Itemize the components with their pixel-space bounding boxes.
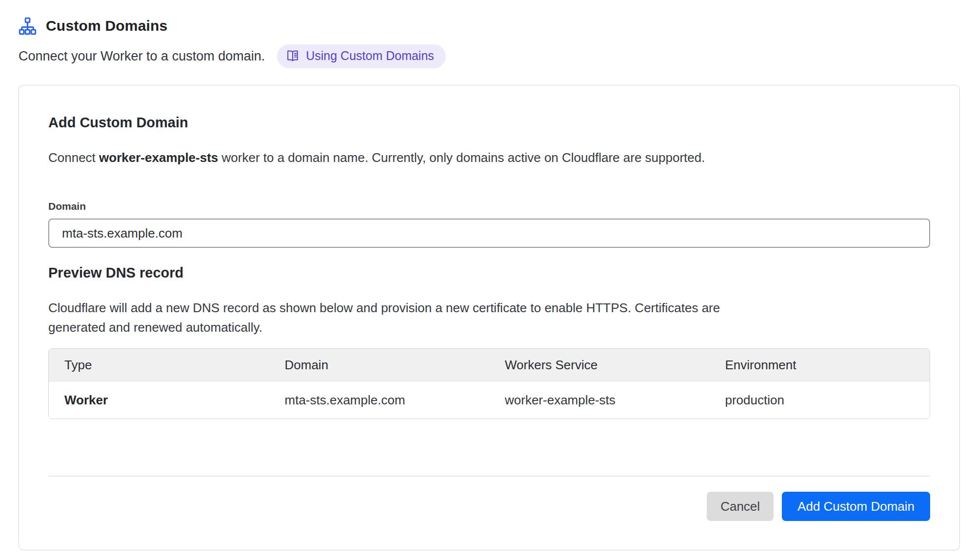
card-heading: Add Custom Domain — [48, 114, 930, 131]
book-open-icon — [286, 49, 299, 63]
page-subtitle: Connect your Worker to a custom domain. — [19, 49, 265, 64]
docs-link-label: Using Custom Domains — [306, 50, 434, 62]
cell-workers-service: worker-example-sts — [489, 381, 710, 419]
dns-preview-table: Type Domain Workers Service Environment … — [48, 348, 930, 419]
cell-environment: production — [710, 381, 930, 419]
card-intro-text: Connect worker-example-sts worker to a d… — [48, 149, 930, 166]
domain-field-label: Domain — [48, 200, 930, 213]
intro-suffix: worker to a domain name. Currently, only… — [218, 150, 705, 165]
custom-domains-page: Custom Domains Connect your Worker to a … — [0, 0, 975, 550]
cancel-button[interactable]: Cancel — [707, 492, 774, 521]
sitemap-icon — [19, 17, 37, 35]
column-header-domain: Domain — [269, 349, 490, 381]
card-actions: Cancel Add Custom Domain — [48, 492, 930, 521]
preview-dns-description: Cloudflare will add a new DNS record as … — [48, 298, 930, 337]
add-custom-domain-button[interactable]: Add Custom Domain — [782, 492, 930, 521]
add-custom-domain-card: Add Custom Domain Connect worker-example… — [19, 85, 960, 550]
cell-type: Worker — [49, 381, 269, 419]
worker-name: worker-example-sts — [99, 150, 218, 165]
domain-input[interactable] — [48, 219, 930, 248]
preview-dns-heading: Preview DNS record — [48, 264, 930, 281]
preview-desc-line-1: Cloudflare will add a new DNS record as … — [48, 298, 930, 318]
subtitle-row: Connect your Worker to a custom domain. … — [19, 44, 956, 68]
intro-prefix: Connect — [48, 150, 99, 165]
page-title: Custom Domains — [46, 18, 168, 34]
column-header-environment: Environment — [710, 349, 930, 381]
cell-domain: mta-sts.example.com — [269, 381, 490, 419]
table-header-row: Type Domain Workers Service Environment — [49, 349, 930, 381]
column-header-type: Type — [49, 349, 269, 381]
preview-desc-line-2: generated and renewed automatically. — [48, 318, 930, 337]
page-header: Custom Domains — [19, 15, 956, 37]
table-row: Worker mta-sts.example.com worker-exampl… — [49, 381, 930, 419]
footer-divider — [48, 476, 930, 477]
domain-field-group: Domain — [48, 200, 930, 248]
column-header-workers-service: Workers Service — [489, 349, 710, 381]
docs-link-using-custom-domains[interactable]: Using Custom Domains — [277, 44, 446, 68]
